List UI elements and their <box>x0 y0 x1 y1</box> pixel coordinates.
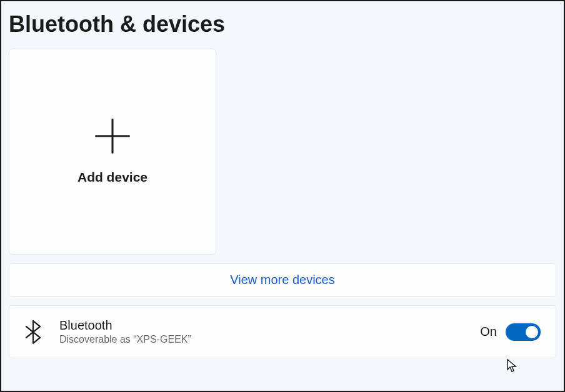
bluetooth-icon <box>24 320 42 345</box>
add-device-button[interactable]: Add device <box>9 49 216 255</box>
add-device-label: Add device <box>78 170 148 185</box>
bluetooth-title: Bluetooth <box>59 318 462 333</box>
bluetooth-subtitle: Discoverable as “XPS-GEEK” <box>59 334 462 345</box>
bluetooth-text-group: Bluetooth Discoverable as “XPS-GEEK” <box>59 318 462 345</box>
bluetooth-toggle-state-label: On <box>480 325 497 339</box>
plus-icon <box>95 119 130 154</box>
page-title: Bluetooth & devices <box>9 11 556 37</box>
bluetooth-toggle-group: On <box>480 323 541 341</box>
cursor-icon <box>506 358 519 373</box>
bluetooth-setting-row: Bluetooth Discoverable as “XPS-GEEK” On <box>9 305 556 358</box>
view-more-devices-link[interactable]: View more devices <box>9 263 556 296</box>
bluetooth-toggle[interactable] <box>506 323 541 341</box>
